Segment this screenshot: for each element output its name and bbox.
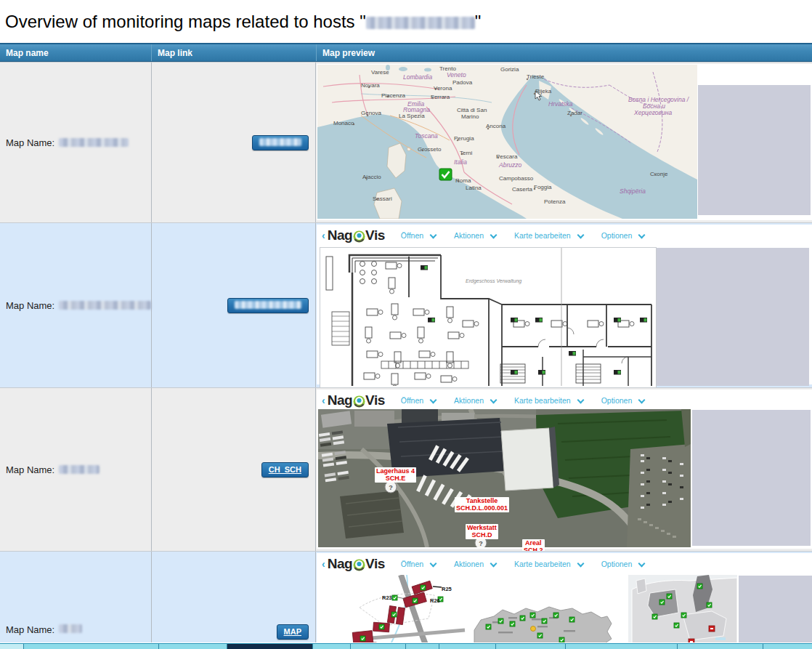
nagvis-logo-icon <box>353 395 365 408</box>
redacted-link-text <box>259 138 301 146</box>
map-link-button[interactable]: CH_SCH <box>261 462 309 477</box>
osm-map-label: Sassari <box>373 195 392 202</box>
page-title-prefix: Overview of monitoring maps related to h… <box>5 12 366 31</box>
osm-map-label: Roma <box>455 177 471 184</box>
osm-map-label: Veneto <box>447 72 466 78</box>
building-label: R26 <box>430 597 440 604</box>
nagvis-iframe[interactable]: ‹ NagVis Öffnen Aktionen Karte bearbeite… <box>317 390 812 549</box>
menu-item-oeffnen[interactable]: Öffnen <box>401 231 437 240</box>
osm-map-label: Pescara <box>496 153 517 160</box>
chevron-down-icon <box>430 561 437 567</box>
nagvis-header-bar: ‹ NagVis Öffnen Aktionen Karte bearbeite… <box>318 555 812 573</box>
menu-item-aktionen[interactable]: Aktionen <box>454 560 497 568</box>
nagvis-iframe[interactable]: ‹ NagVis Öffnen Aktionen Karte bearbeite… <box>317 553 812 642</box>
map-link-cell: CH_SCH <box>151 388 316 551</box>
osm-map-label: Скопје <box>650 171 667 177</box>
osm-map-label: Genova <box>361 110 381 116</box>
osm-map-label: Toscana <box>415 133 438 140</box>
osm-map-preview[interactable]: VareseTrentoGoriziaNovaraPadovaVeronaTri… <box>317 65 697 219</box>
osm-map-label: Foggia <box>534 184 551 190</box>
osm-map-label: Piacenza <box>381 92 405 99</box>
osm-map-label: Херцеговина <box>634 110 672 116</box>
satellite-object-label: ArealSCH.2 <box>522 539 545 551</box>
osm-map-label: Lombardia <box>403 74 432 81</box>
menu-item-aktionen[interactable]: Aktionen <box>454 396 497 405</box>
satellite-object-label: WerkstattSCH.D <box>466 524 498 539</box>
map-name-cell: Map Name: <box>0 388 151 551</box>
chevron-down-icon <box>577 398 584 403</box>
map-preview-cell: VareseTrentoGoriziaNovaraPadovaVeronaTri… <box>316 63 812 222</box>
nagvis-header-bar: ‹ NagVis Öffnen Aktionen Karte bearbeite… <box>318 391 812 410</box>
map-name-cell: Map Name: <box>0 63 151 222</box>
osm-map-label: Padova <box>452 79 472 86</box>
toolbar-segment <box>0 644 23 649</box>
osm-map-labels: VareseTrentoGoriziaNovaraPadovaVeronaTri… <box>317 65 697 219</box>
redacted-map-name <box>59 465 100 474</box>
menu-item-karte-bearbeiten[interactable]: Karte bearbeiten <box>514 231 584 240</box>
nagvis-menu: Öffnen Aktionen Karte bearbeiten Optione… <box>401 231 662 240</box>
osm-map-label: Shqipëria <box>620 188 646 195</box>
column-header-map-name: Map name <box>0 44 151 61</box>
map-link-button[interactable]: MAP <box>277 624 309 640</box>
satellite-map-labels: Lagerhaus 4SCH.ETankstelleSCH.D.L.000.00… <box>318 409 691 547</box>
menu-item-oeffnen[interactable]: Öffnen <box>401 396 437 405</box>
menu-item-karte-bearbeiten[interactable]: Karte bearbeiten <box>514 560 584 568</box>
chevron-down-icon <box>430 233 437 238</box>
nagvis-logo-icon <box>353 559 365 571</box>
osm-map-label: Verona <box>434 85 452 92</box>
osm-map-label: Terni <box>460 150 472 156</box>
nagvis-menu: Öffnen Aktionen Karte bearbeiten Optione… <box>401 396 662 405</box>
chevron-down-icon <box>577 561 584 567</box>
osm-map-label: Monaco <box>333 120 354 126</box>
column-header-map-preview: Map preview <box>316 44 812 61</box>
map-name-label: Map Name: <box>6 624 54 635</box>
map-preview-cell: ‹ NagVis Öffnen Aktionen Karte bearbeite… <box>316 223 812 387</box>
menu-item-optionen[interactable]: Optionen <box>601 396 646 405</box>
table-row: Map Name: CH_SCH ‹ NagVis Öffnen Aktione… <box>0 387 812 551</box>
chevron-down-icon <box>430 398 437 403</box>
osm-map-label: Hrvatska <box>548 101 573 108</box>
map-preview-iframe[interactable]: VareseTrentoGoriziaNovaraPadovaVeronaTri… <box>317 64 812 220</box>
menu-item-oeffnen[interactable]: Öffnen <box>401 560 437 568</box>
osm-map-label: Potenza <box>544 198 565 205</box>
page-title: Overview of monitoring maps related to h… <box>5 12 481 32</box>
building-label: R23 <box>382 594 392 601</box>
floorplan-preview[interactable]: Erdgeschoss Verwaltung <box>320 247 657 387</box>
redacted-host-name <box>366 17 475 29</box>
site-overview-preview[interactable]: R23R26R25 <box>320 575 737 642</box>
redacted-map-name <box>59 624 82 633</box>
osm-map-label: Varese <box>371 69 389 76</box>
map-link-button[interactable] <box>227 298 309 313</box>
menu-item-optionen[interactable]: Optionen <box>601 560 646 568</box>
nagvis-iframe[interactable]: ‹ NagVis Öffnen Aktionen Karte bearbeite… <box>317 225 812 384</box>
sidebar-toggle-icon[interactable]: ‹ <box>322 230 325 241</box>
maps-table: Map name Map link Map preview Map Name: <box>0 43 812 642</box>
menu-item-optionen[interactable]: Optionen <box>601 231 646 240</box>
chevron-down-icon <box>638 561 645 567</box>
osm-map-label: Gorizia <box>500 66 519 73</box>
osm-map-label: La Spezia <box>399 113 425 119</box>
osm-map-label: Città di San <box>457 107 487 113</box>
map-link-cell: MAP <box>151 552 316 642</box>
osm-map-label: Ancona <box>486 123 506 129</box>
map-link-cell <box>151 223 316 387</box>
sidebar-toggle-icon[interactable]: ‹ <box>322 395 325 406</box>
column-header-map-link: Map link <box>151 44 316 61</box>
osm-map-label: Trieste <box>527 73 544 80</box>
satellite-map-preview[interactable]: ? ? Lagerhaus 4SCH.ETankstelleSCH.D.L.00… <box>318 409 691 547</box>
osm-map-label: Ferrara <box>431 94 450 100</box>
site-overview-labels: R23R26R25 <box>320 575 737 642</box>
table-row: Map Name: <box>0 62 812 222</box>
table-header-row: Map name Map link Map preview <box>0 43 812 62</box>
map-link-button[interactable] <box>252 135 309 150</box>
floorplan-title: Erdgeschoss Verwaltung <box>466 278 521 283</box>
menu-item-karte-bearbeiten[interactable]: Karte bearbeiten <box>514 396 584 405</box>
menu-item-aktionen[interactable]: Aktionen <box>454 231 497 240</box>
preview-side-panel <box>692 409 811 546</box>
osm-map-label: Grosseto <box>418 146 441 153</box>
nagvis-logo: NagVis <box>328 392 385 408</box>
osm-map-label: Caserta <box>512 186 532 193</box>
map-name-label: Map Name: <box>6 137 54 148</box>
chevron-down-icon <box>490 233 497 238</box>
sidebar-toggle-icon[interactable]: ‹ <box>322 558 325 570</box>
